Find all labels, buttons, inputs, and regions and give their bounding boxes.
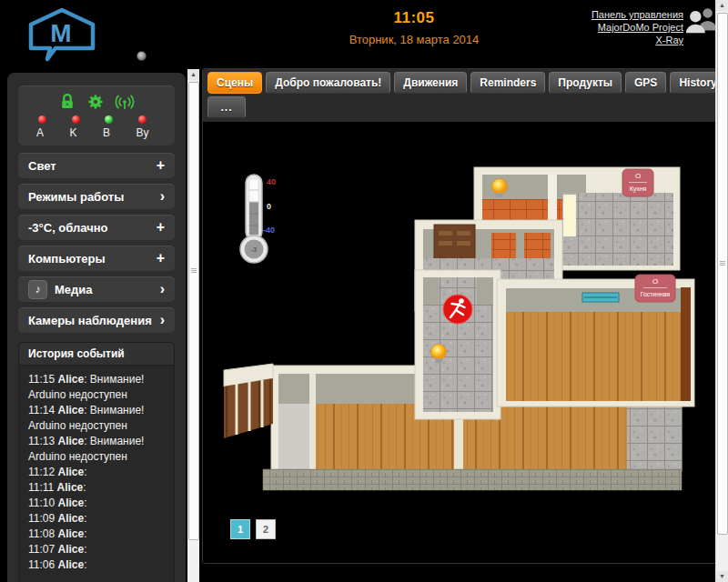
log-entry: 11:14 Alice: Внимание! Arduino недоступе… xyxy=(28,404,144,432)
led-red xyxy=(38,115,46,124)
door xyxy=(681,287,691,401)
tab-more[interactable]: ... xyxy=(207,96,246,118)
link-majordomo-project[interactable]: MajorDoMo Project xyxy=(592,21,683,34)
tab-reminders[interactable]: Reminders xyxy=(470,72,545,94)
plus-icon: + xyxy=(157,220,165,235)
room-badge-living[interactable]: О Гостинная xyxy=(635,275,675,302)
led-red xyxy=(138,115,147,124)
scrollbar-thumb[interactable] xyxy=(188,82,199,540)
chevron-right-icon: › xyxy=(160,189,165,204)
clock: 11:05 Вторник, 18 марта 2014 xyxy=(291,9,537,46)
link-xray[interactable]: X-Ray xyxy=(592,34,683,46)
logo-letter: M xyxy=(50,19,71,47)
hallway xyxy=(415,270,500,419)
link-control-panel[interactable]: Панель управления xyxy=(592,8,683,21)
plus-icon: + xyxy=(157,158,165,173)
led-green xyxy=(105,115,113,124)
scrollbar-thumb[interactable] xyxy=(717,13,728,535)
accordion-computers[interactable]: Компьютеры + xyxy=(18,246,175,271)
svg-text:Гостинная: Гостинная xyxy=(641,291,671,297)
log-entry: 11:09 Alice: xyxy=(28,512,87,525)
lock-icon[interactable] xyxy=(58,93,76,111)
chevron-right-icon: › xyxy=(160,282,165,296)
accordion-weather[interactable]: -3°C, облачно + xyxy=(18,215,175,240)
sidebar-scrollbar[interactable]: ▲ xyxy=(187,69,199,582)
users-icon[interactable] xyxy=(684,5,719,35)
thermometer-value: -3 xyxy=(251,246,257,253)
tab-welcome[interactable]: Добро пожаловать! xyxy=(266,72,390,94)
notification-dot[interactable] xyxy=(136,51,147,61)
svg-text:О: О xyxy=(652,277,658,286)
led-red xyxy=(72,115,80,124)
page-button-1[interactable]: 1 xyxy=(230,519,250,539)
room-badge-kitchen[interactable]: О Кухня xyxy=(622,169,653,196)
current-time: 11:05 xyxy=(291,9,537,27)
scroll-down-arrow[interactable]: ▼ xyxy=(716,571,728,582)
event-history-panel: История событий 11:15 Alice: Внимание! A… xyxy=(18,342,175,582)
scene-pagination: 1 2 xyxy=(230,519,276,539)
tab-gps[interactable]: GPS xyxy=(625,72,666,94)
thermometer-mid-label: 0 xyxy=(267,202,271,211)
led-indicator: B xyxy=(99,115,133,139)
page-scrollbar[interactable]: ▲ ▼ xyxy=(715,0,728,582)
music-note-icon: ♪ xyxy=(28,280,47,299)
tab-bar: Сцены Добро пожаловать! Движения Reminde… xyxy=(203,69,716,122)
tab-products[interactable]: Продукты xyxy=(549,72,622,94)
scroll-up-arrow[interactable]: ▲ xyxy=(187,69,199,80)
header: M 11:05 Вторник, 18 марта 2014 Панель уп… xyxy=(0,0,728,68)
motion-sensor-icon[interactable] xyxy=(443,295,472,324)
led-indicator: A xyxy=(33,115,66,139)
main-panel: Сцены Добро пожаловать! Движения Reminde… xyxy=(202,68,717,564)
log-entry: 11:07 Alice: xyxy=(28,543,87,556)
floorplan: О Кухня О Гостинная -3 xyxy=(215,149,706,513)
chevron-right-icon: › xyxy=(160,313,165,327)
sidebar: A K B By Свет + Режимы работы › -3°C, об… xyxy=(7,73,186,582)
event-log: 11:15 Alice: Внимание! Arduino недоступе… xyxy=(19,366,174,577)
log-entry: 11:08 Alice: xyxy=(28,527,87,540)
tab-history[interactable]: History xyxy=(670,72,717,94)
scene-view: О Кухня О Гостинная -3 xyxy=(203,122,716,564)
log-entry: 11:13 Alice: Внимание! Arduino недоступе… xyxy=(28,435,144,463)
log-entry: 11:12 Alice: xyxy=(28,466,87,478)
svg-text:Кухня: Кухня xyxy=(630,186,647,193)
accordion-light[interactable]: Свет + xyxy=(18,153,175,178)
event-history-title: История событий xyxy=(19,343,174,366)
thermometer[interactable]: -3 40 0 -40 xyxy=(240,175,276,263)
gear-icon[interactable] xyxy=(86,93,105,111)
log-entry: 11:15 Alice: Внимание! Arduino недоступе… xyxy=(28,373,144,401)
log-entry: 11:06 Alice: xyxy=(28,558,87,571)
tab-scenes[interactable]: Сцены xyxy=(207,72,262,94)
majordomo-logo[interactable]: M xyxy=(27,7,96,62)
accordion-media[interactable]: ♪ Медиа › xyxy=(18,276,175,302)
tab-motions[interactable]: Движения xyxy=(394,72,467,94)
accordion-cameras[interactable]: Камеры наблюдения › xyxy=(18,307,175,333)
log-entry: 11:10 Alice: xyxy=(28,497,87,509)
plus-icon: + xyxy=(157,251,165,266)
thermometer-min-label: -40 xyxy=(263,226,275,235)
accordion-modes[interactable]: Режимы работы › xyxy=(18,184,175,209)
led-indicator: K xyxy=(66,115,100,139)
page-button-2[interactable]: 2 xyxy=(256,519,276,539)
current-date: Вторник, 18 марта 2014 xyxy=(291,33,537,46)
scroll-up-arrow[interactable]: ▲ xyxy=(716,0,728,11)
header-links: Панель управления MajorDoMo Project X-Ra… xyxy=(592,8,683,46)
svg-text:О: О xyxy=(635,172,641,180)
antenna-icon[interactable] xyxy=(115,93,135,111)
thermometer-max-label: 40 xyxy=(267,177,276,186)
log-entry: 11:11 Alice: xyxy=(28,481,86,494)
led-indicator: By xyxy=(133,115,167,139)
status-widget: A K B By xyxy=(18,85,175,146)
